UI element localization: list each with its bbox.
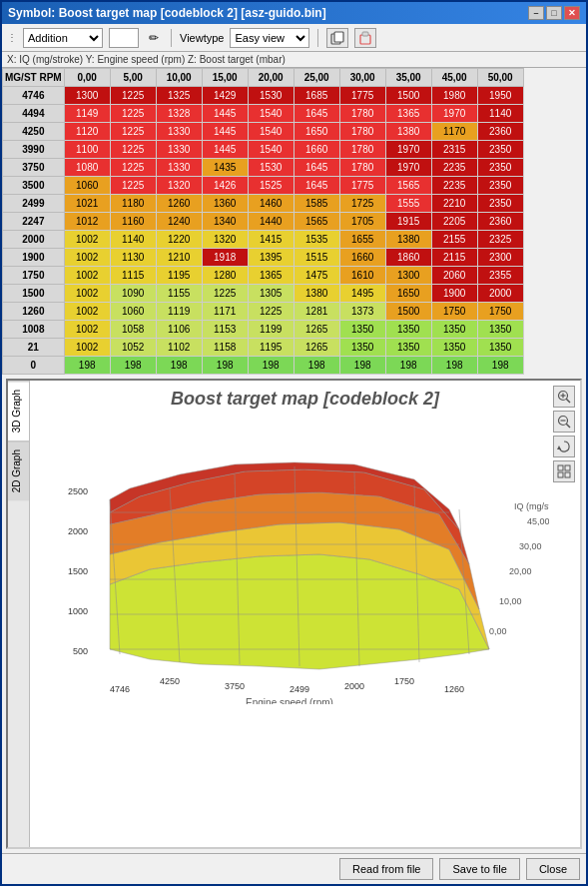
cell-2-9[interactable]: 2360 bbox=[477, 123, 523, 141]
cell-2-4[interactable]: 1540 bbox=[248, 123, 294, 141]
cell-10-4[interactable]: 1365 bbox=[248, 267, 294, 285]
cell-11-6[interactable]: 1495 bbox=[339, 285, 385, 303]
cell-12-2[interactable]: 1119 bbox=[156, 303, 202, 321]
cell-2-8[interactable]: 1170 bbox=[431, 123, 477, 141]
cell-11-9[interactable]: 2000 bbox=[477, 285, 523, 303]
cell-1-1[interactable]: 1225 bbox=[110, 105, 156, 123]
cell-15-2[interactable]: 198 bbox=[156, 357, 202, 375]
cell-8-9[interactable]: 2325 bbox=[477, 231, 523, 249]
cell-13-5[interactable]: 1265 bbox=[294, 321, 339, 339]
cell-2-6[interactable]: 1780 bbox=[339, 123, 385, 141]
maximize-button[interactable]: □ bbox=[546, 6, 562, 20]
cell-4-3[interactable]: 1435 bbox=[202, 159, 248, 177]
cell-14-1[interactable]: 1052 bbox=[110, 339, 156, 357]
cell-10-1[interactable]: 1115 bbox=[110, 267, 156, 285]
cell-12-0[interactable]: 1002 bbox=[64, 303, 110, 321]
cell-5-7[interactable]: 1565 bbox=[385, 177, 431, 195]
cell-15-4[interactable]: 198 bbox=[248, 357, 294, 375]
cell-12-6[interactable]: 1373 bbox=[339, 303, 385, 321]
cell-9-2[interactable]: 1210 bbox=[156, 249, 202, 267]
cell-2-5[interactable]: 1650 bbox=[294, 123, 339, 141]
cell-2-1[interactable]: 1225 bbox=[110, 123, 156, 141]
cell-12-5[interactable]: 1281 bbox=[294, 303, 339, 321]
cell-15-7[interactable]: 198 bbox=[385, 357, 431, 375]
cell-15-5[interactable]: 198 bbox=[294, 357, 339, 375]
cell-7-8[interactable]: 2205 bbox=[431, 213, 477, 231]
zoom-out-button[interactable] bbox=[553, 411, 575, 433]
cell-1-5[interactable]: 1645 bbox=[294, 105, 339, 123]
mode-select[interactable]: Addition bbox=[23, 28, 103, 48]
cell-4-8[interactable]: 2235 bbox=[431, 159, 477, 177]
cell-15-8[interactable]: 198 bbox=[431, 357, 477, 375]
cell-1-3[interactable]: 1445 bbox=[202, 105, 248, 123]
viewtype-select[interactable]: Easy view bbox=[230, 28, 309, 48]
cell-12-8[interactable]: 1750 bbox=[431, 303, 477, 321]
cell-7-7[interactable]: 1915 bbox=[385, 213, 431, 231]
cell-5-0[interactable]: 1060 bbox=[64, 177, 110, 195]
cell-10-2[interactable]: 1195 bbox=[156, 267, 202, 285]
close-button[interactable]: Close bbox=[526, 858, 580, 880]
cell-0-8[interactable]: 1980 bbox=[431, 87, 477, 105]
cell-9-8[interactable]: 2115 bbox=[431, 249, 477, 267]
cell-8-6[interactable]: 1655 bbox=[339, 231, 385, 249]
cell-6-9[interactable]: 2350 bbox=[477, 195, 523, 213]
cell-8-2[interactable]: 1220 bbox=[156, 231, 202, 249]
cell-9-3[interactable]: 1918 bbox=[202, 249, 248, 267]
cell-3-1[interactable]: 1225 bbox=[110, 141, 156, 159]
cell-9-1[interactable]: 1130 bbox=[110, 249, 156, 267]
cell-9-0[interactable]: 1002 bbox=[64, 249, 110, 267]
cell-11-3[interactable]: 1225 bbox=[202, 285, 248, 303]
cell-14-0[interactable]: 1002 bbox=[64, 339, 110, 357]
cell-14-5[interactable]: 1265 bbox=[294, 339, 339, 357]
cell-2-2[interactable]: 1330 bbox=[156, 123, 202, 141]
cell-10-8[interactable]: 2060 bbox=[431, 267, 477, 285]
cell-3-7[interactable]: 1970 bbox=[385, 141, 431, 159]
cell-10-9[interactable]: 2355 bbox=[477, 267, 523, 285]
cell-1-9[interactable]: 1140 bbox=[477, 105, 523, 123]
cell-5-4[interactable]: 1525 bbox=[248, 177, 294, 195]
cell-9-7[interactable]: 1860 bbox=[385, 249, 431, 267]
cell-14-4[interactable]: 1195 bbox=[248, 339, 294, 357]
cell-5-8[interactable]: 2235 bbox=[431, 177, 477, 195]
cell-5-3[interactable]: 1426 bbox=[202, 177, 248, 195]
cell-10-7[interactable]: 1300 bbox=[385, 267, 431, 285]
grid-view-button[interactable] bbox=[553, 460, 575, 482]
cell-13-3[interactable]: 1153 bbox=[202, 321, 248, 339]
cell-4-1[interactable]: 1225 bbox=[110, 159, 156, 177]
cell-15-3[interactable]: 198 bbox=[202, 357, 248, 375]
cell-0-2[interactable]: 1325 bbox=[156, 87, 202, 105]
cell-15-6[interactable]: 198 bbox=[339, 357, 385, 375]
cell-14-2[interactable]: 1102 bbox=[156, 339, 202, 357]
cell-9-4[interactable]: 1395 bbox=[248, 249, 294, 267]
cell-6-6[interactable]: 1725 bbox=[339, 195, 385, 213]
cell-13-8[interactable]: 1350 bbox=[431, 321, 477, 339]
cell-13-6[interactable]: 1350 bbox=[339, 321, 385, 339]
cell-13-0[interactable]: 1002 bbox=[64, 321, 110, 339]
cell-7-4[interactable]: 1440 bbox=[248, 213, 294, 231]
cell-12-7[interactable]: 1500 bbox=[385, 303, 431, 321]
cell-3-2[interactable]: 1330 bbox=[156, 141, 202, 159]
cell-13-4[interactable]: 1199 bbox=[248, 321, 294, 339]
cell-14-6[interactable]: 1350 bbox=[339, 339, 385, 357]
cell-10-6[interactable]: 1610 bbox=[339, 267, 385, 285]
cell-0-7[interactable]: 1500 bbox=[385, 87, 431, 105]
cell-14-3[interactable]: 1158 bbox=[202, 339, 248, 357]
cell-11-5[interactable]: 1380 bbox=[294, 285, 339, 303]
cell-3-0[interactable]: 1100 bbox=[64, 141, 110, 159]
cell-1-4[interactable]: 1540 bbox=[248, 105, 294, 123]
cell-7-3[interactable]: 1340 bbox=[202, 213, 248, 231]
cell-3-8[interactable]: 2315 bbox=[431, 141, 477, 159]
cell-5-1[interactable]: 1225 bbox=[110, 177, 156, 195]
cell-10-5[interactable]: 1475 bbox=[294, 267, 339, 285]
cell-8-3[interactable]: 1320 bbox=[202, 231, 248, 249]
cell-4-0[interactable]: 1080 bbox=[64, 159, 110, 177]
cell-12-1[interactable]: 1060 bbox=[110, 303, 156, 321]
cell-1-8[interactable]: 1970 bbox=[431, 105, 477, 123]
pencil-icon[interactable]: ✏ bbox=[145, 29, 163, 47]
cell-7-0[interactable]: 1012 bbox=[64, 213, 110, 231]
cell-3-3[interactable]: 1445 bbox=[202, 141, 248, 159]
cell-11-8[interactable]: 1900 bbox=[431, 285, 477, 303]
cell-14-8[interactable]: 1350 bbox=[431, 339, 477, 357]
cell-12-3[interactable]: 1171 bbox=[202, 303, 248, 321]
cell-7-2[interactable]: 1240 bbox=[156, 213, 202, 231]
